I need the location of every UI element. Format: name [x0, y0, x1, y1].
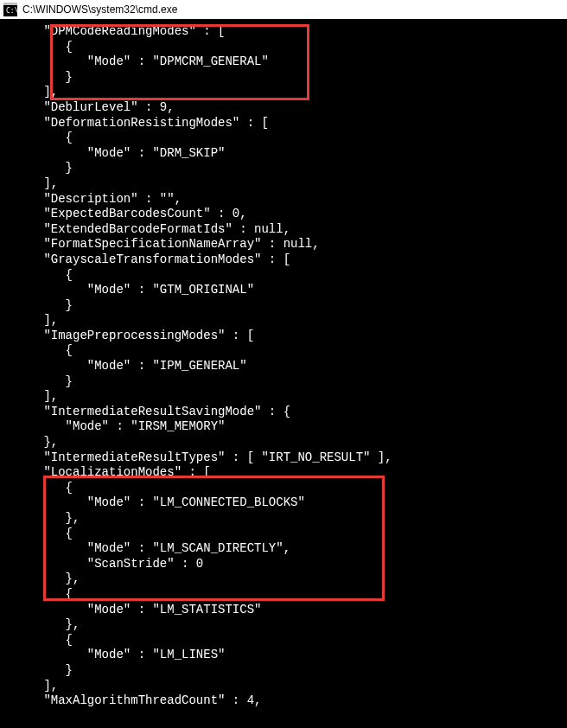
window-titlebar[interactable]: C:\ C:\WINDOWS\system32\cmd.exe — [0, 0, 567, 19]
window-title: C:\WINDOWS\system32\cmd.exe — [21, 3, 177, 16]
terminal-output[interactable]: "DPMCodeReadingModes" : [ { "Mode" : "DP… — [0, 19, 567, 709]
cmd-icon: C:\ — [3, 3, 17, 16]
svg-text:C:\: C:\ — [6, 7, 17, 15]
svg-rect-1 — [3, 3, 17, 5]
